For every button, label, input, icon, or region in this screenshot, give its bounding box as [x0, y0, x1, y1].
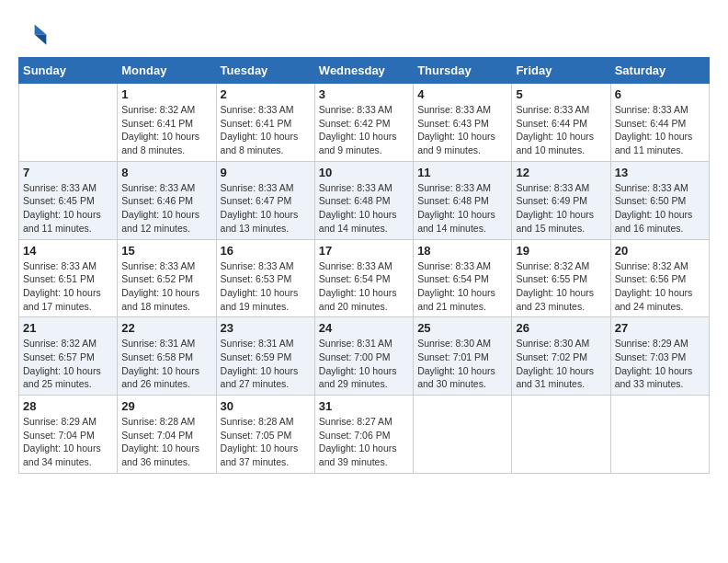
week-row-2: 7Sunrise: 8:33 AM Sunset: 6:45 PM Daylig…: [19, 161, 710, 239]
calendar-cell: 21Sunrise: 8:32 AM Sunset: 6:57 PM Dayli…: [19, 317, 118, 396]
day-number: 23: [221, 321, 311, 335]
svg-marker-0: [35, 24, 47, 34]
calendar-cell: 8Sunrise: 8:33 AM Sunset: 6:46 PM Daylig…: [118, 161, 216, 239]
day-info: Sunrise: 8:33 AM Sunset: 6:44 PM Dayligh…: [615, 103, 705, 157]
calendar-cell: 23Sunrise: 8:31 AM Sunset: 6:59 PM Dayli…: [216, 317, 314, 396]
calendar-cell: [512, 396, 610, 474]
dow-wednesday: Wednesday: [314, 58, 413, 84]
day-info: Sunrise: 8:28 AM Sunset: 7:04 PM Dayligh…: [121, 415, 211, 469]
day-number: 1: [121, 87, 211, 101]
day-number: 3: [319, 87, 409, 101]
calendar-body: 1Sunrise: 8:32 AM Sunset: 6:41 PM Daylig…: [19, 84, 710, 474]
day-number: 27: [615, 321, 705, 335]
day-number: 24: [319, 321, 409, 335]
calendar-cell: 27Sunrise: 8:29 AM Sunset: 7:03 PM Dayli…: [610, 317, 709, 396]
day-info: Sunrise: 8:33 AM Sunset: 6:44 PM Dayligh…: [516, 103, 606, 157]
day-info: Sunrise: 8:33 AM Sunset: 6:46 PM Dayligh…: [121, 181, 211, 236]
day-number: 17: [319, 244, 409, 258]
day-info: Sunrise: 8:33 AM Sunset: 6:48 PM Dayligh…: [319, 181, 409, 236]
calendar-cell: 30Sunrise: 8:28 AM Sunset: 7:05 PM Dayli…: [216, 396, 314, 474]
day-info: Sunrise: 8:31 AM Sunset: 7:00 PM Dayligh…: [319, 337, 409, 391]
week-row-5: 28Sunrise: 8:29 AM Sunset: 7:04 PM Dayli…: [19, 396, 710, 474]
calendar-cell: 5Sunrise: 8:33 AM Sunset: 6:44 PM Daylig…: [512, 84, 610, 162]
calendar-cell: 20Sunrise: 8:32 AM Sunset: 6:56 PM Dayli…: [610, 239, 709, 317]
calendar-table: SundayMondayTuesdayWednesdayThursdayFrid…: [18, 57, 710, 474]
day-number: 15: [121, 244, 211, 258]
day-info: Sunrise: 8:33 AM Sunset: 6:51 PM Dayligh…: [23, 259, 113, 314]
day-number: 22: [121, 321, 211, 335]
day-number: 16: [221, 244, 311, 258]
day-number: 29: [121, 399, 211, 413]
calendar-cell: [19, 84, 118, 162]
day-info: Sunrise: 8:32 AM Sunset: 6:56 PM Dayligh…: [615, 259, 705, 314]
calendar-cell: [610, 396, 709, 474]
calendar-cell: [414, 396, 512, 474]
week-row-3: 14Sunrise: 8:33 AM Sunset: 6:51 PM Dayli…: [19, 239, 710, 317]
dow-friday: Friday: [512, 58, 610, 84]
calendar-cell: 10Sunrise: 8:33 AM Sunset: 6:48 PM Dayli…: [314, 161, 413, 239]
day-info: Sunrise: 8:33 AM Sunset: 6:54 PM Dayligh…: [417, 259, 507, 314]
day-info: Sunrise: 8:33 AM Sunset: 6:42 PM Dayligh…: [319, 103, 409, 157]
day-info: Sunrise: 8:30 AM Sunset: 7:01 PM Dayligh…: [417, 337, 507, 391]
day-info: Sunrise: 8:33 AM Sunset: 6:47 PM Dayligh…: [221, 181, 311, 236]
dow-monday: Monday: [118, 58, 216, 84]
day-number: 11: [417, 166, 507, 179]
day-info: Sunrise: 8:33 AM Sunset: 6:49 PM Dayligh…: [516, 181, 606, 236]
day-number: 25: [417, 321, 507, 335]
calendar-cell: 7Sunrise: 8:33 AM Sunset: 6:45 PM Daylig…: [19, 161, 118, 239]
day-info: Sunrise: 8:33 AM Sunset: 6:53 PM Dayligh…: [221, 259, 311, 314]
day-info: Sunrise: 8:28 AM Sunset: 7:05 PM Dayligh…: [221, 415, 311, 469]
day-info: Sunrise: 8:29 AM Sunset: 7:04 PM Dayligh…: [23, 415, 113, 469]
calendar-cell: 16Sunrise: 8:33 AM Sunset: 6:53 PM Dayli…: [216, 239, 314, 317]
day-number: 21: [23, 321, 113, 335]
calendar-cell: 6Sunrise: 8:33 AM Sunset: 6:44 PM Daylig…: [610, 84, 709, 162]
day-info: Sunrise: 8:33 AM Sunset: 6:41 PM Dayligh…: [221, 103, 311, 157]
week-row-1: 1Sunrise: 8:32 AM Sunset: 6:41 PM Daylig…: [19, 84, 710, 162]
day-number: 30: [221, 399, 311, 413]
calendar-cell: 14Sunrise: 8:33 AM Sunset: 6:51 PM Dayli…: [19, 239, 118, 317]
day-number: 10: [319, 166, 409, 179]
calendar-cell: 24Sunrise: 8:31 AM Sunset: 7:00 PM Dayli…: [314, 317, 413, 396]
week-row-4: 21Sunrise: 8:32 AM Sunset: 6:57 PM Dayli…: [19, 317, 710, 396]
day-info: Sunrise: 8:32 AM Sunset: 6:55 PM Dayligh…: [516, 259, 606, 314]
day-number: 20: [615, 244, 705, 258]
day-info: Sunrise: 8:31 AM Sunset: 6:59 PM Dayligh…: [221, 337, 311, 391]
day-number: 7: [23, 166, 113, 179]
dow-thursday: Thursday: [414, 58, 512, 84]
calendar-cell: 31Sunrise: 8:27 AM Sunset: 7:06 PM Dayli…: [314, 396, 413, 474]
calendar-cell: 28Sunrise: 8:29 AM Sunset: 7:04 PM Dayli…: [19, 396, 118, 474]
calendar-cell: 1Sunrise: 8:32 AM Sunset: 6:41 PM Daylig…: [118, 84, 216, 162]
day-info: Sunrise: 8:32 AM Sunset: 6:41 PM Dayligh…: [121, 103, 211, 157]
logo-icon: [18, 18, 48, 48]
day-info: Sunrise: 8:33 AM Sunset: 6:54 PM Dayligh…: [319, 259, 409, 314]
day-number: 6: [615, 87, 705, 101]
dow-tuesday: Tuesday: [216, 58, 314, 84]
calendar-cell: 12Sunrise: 8:33 AM Sunset: 6:49 PM Dayli…: [512, 161, 610, 239]
day-number: 9: [221, 166, 311, 179]
day-number: 14: [23, 244, 113, 258]
calendar-cell: 18Sunrise: 8:33 AM Sunset: 6:54 PM Dayli…: [414, 239, 512, 317]
day-info: Sunrise: 8:33 AM Sunset: 6:45 PM Dayligh…: [23, 181, 113, 236]
dow-saturday: Saturday: [610, 58, 709, 84]
day-number: 2: [221, 87, 311, 101]
calendar-cell: 13Sunrise: 8:33 AM Sunset: 6:50 PM Dayli…: [610, 161, 709, 239]
calendar-cell: 19Sunrise: 8:32 AM Sunset: 6:55 PM Dayli…: [512, 239, 610, 317]
calendar-cell: 9Sunrise: 8:33 AM Sunset: 6:47 PM Daylig…: [216, 161, 314, 239]
calendar-cell: 29Sunrise: 8:28 AM Sunset: 7:04 PM Dayli…: [118, 396, 216, 474]
day-number: 12: [516, 166, 606, 179]
day-info: Sunrise: 8:33 AM Sunset: 6:50 PM Dayligh…: [615, 181, 705, 236]
day-number: 28: [23, 399, 113, 413]
day-number: 8: [121, 166, 211, 179]
dow-sunday: Sunday: [19, 58, 118, 84]
logo: [18, 18, 51, 48]
day-number: 26: [516, 321, 606, 335]
calendar-cell: 2Sunrise: 8:33 AM Sunset: 6:41 PM Daylig…: [216, 84, 314, 162]
calendar-cell: 4Sunrise: 8:33 AM Sunset: 6:43 PM Daylig…: [414, 84, 512, 162]
calendar-cell: 11Sunrise: 8:33 AM Sunset: 6:48 PM Dayli…: [414, 161, 512, 239]
day-number: 5: [516, 87, 606, 101]
day-number: 4: [417, 87, 507, 101]
day-info: Sunrise: 8:33 AM Sunset: 6:43 PM Dayligh…: [417, 103, 507, 157]
day-number: 18: [417, 244, 507, 258]
day-info: Sunrise: 8:33 AM Sunset: 6:52 PM Dayligh…: [121, 259, 211, 314]
page-header: [18, 18, 710, 48]
